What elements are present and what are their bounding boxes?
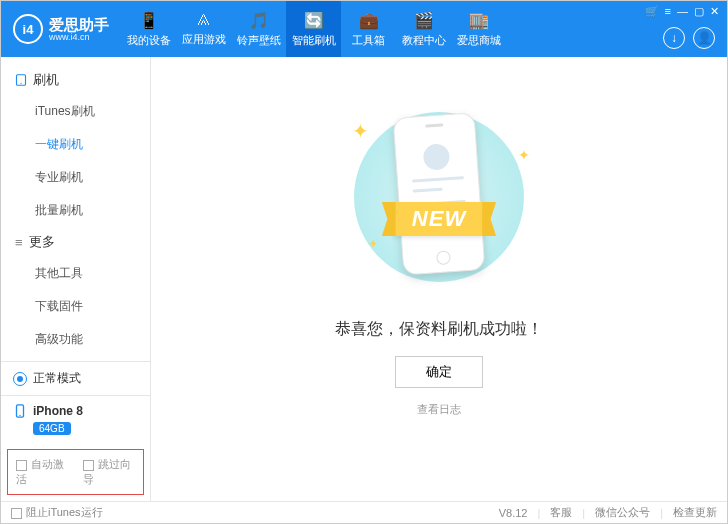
side-advanced[interactable]: 高级功能 <box>1 323 150 356</box>
side-onekey-flash[interactable]: 一键刷机 <box>1 128 150 161</box>
main-content: ✦ ✦ ✦ NEW 恭喜您，保资料刷机成功啦！ 确定 查看日志 <box>151 57 727 501</box>
logo-icon: i4 <box>13 14 43 44</box>
tablet-icon <box>15 74 27 86</box>
user-icon[interactable]: 👤 <box>693 27 715 49</box>
device-panel[interactable]: iPhone 8 64GB <box>1 395 150 443</box>
group-flash-header[interactable]: 刷机 <box>1 65 150 95</box>
check-block-itunes[interactable]: 阻止iTunes运行 <box>11 505 103 520</box>
window-controls: 🛒 ≡ — ▢ ✕ <box>645 5 719 18</box>
nav-tutorials[interactable]: 🎬教程中心 <box>396 1 451 57</box>
storage-badge: 64GB <box>33 422 71 435</box>
refresh-icon: 🔄 <box>304 11 324 30</box>
body: 刷机 iTunes刷机 一键刷机 专业刷机 批量刷机 ≡ 更多 其他工具 下载固… <box>1 57 727 501</box>
sidebar: 刷机 iTunes刷机 一键刷机 专业刷机 批量刷机 ≡ 更多 其他工具 下载固… <box>1 57 151 501</box>
side-pro-flash[interactable]: 专业刷机 <box>1 161 150 194</box>
maximize-icon[interactable]: ▢ <box>694 5 704 18</box>
nav-my-device[interactable]: 📱我的设备 <box>121 1 176 57</box>
device-icon: 📱 <box>139 11 159 30</box>
sparkle-icon: ✦ <box>368 237 378 251</box>
side-batch-flash[interactable]: 批量刷机 <box>1 194 150 227</box>
svg-point-1 <box>20 83 21 84</box>
brand-name: 爱思助手 <box>49 17 109 32</box>
apps-icon: ⩓ <box>196 11 212 29</box>
success-illustration: ✦ ✦ ✦ NEW <box>324 97 554 297</box>
menu-icon[interactable]: ≡ <box>665 5 671 18</box>
group-more-header[interactable]: ≡ 更多 <box>1 227 150 257</box>
account-controls: ↓ 👤 <box>663 27 715 49</box>
version-label: V8.12 <box>499 507 528 519</box>
sparkle-icon: ✦ <box>352 119 369 143</box>
store-icon: 🏬 <box>469 11 489 30</box>
footer-bar: 阻止iTunes运行 V8.12 | 客服 | 微信公众号 | 检查更新 <box>1 501 727 523</box>
app-header: i4 爱思助手 www.i4.cn 📱我的设备 ⩓应用游戏 🎵铃声壁纸 🔄智能刷… <box>1 1 727 57</box>
check-skip-guide[interactable]: 跳过向导 <box>83 457 136 487</box>
device-name: iPhone 8 <box>33 404 83 418</box>
side-itunes-flash[interactable]: iTunes刷机 <box>1 95 150 128</box>
nav-flash[interactable]: 🔄智能刷机 <box>286 1 341 57</box>
side-other-tools[interactable]: 其他工具 <box>1 257 150 290</box>
brand-url: www.i4.cn <box>49 32 109 42</box>
nav-toolbox[interactable]: 💼工具箱 <box>341 1 396 57</box>
video-icon: 🎬 <box>414 11 434 30</box>
option-checks: 自动激活 跳过向导 <box>7 449 144 495</box>
nav-apps[interactable]: ⩓应用游戏 <box>176 1 231 57</box>
top-nav: 📱我的设备 ⩓应用游戏 🎵铃声壁纸 🔄智能刷机 💼工具箱 🎬教程中心 🏬爱思商城 <box>121 1 506 57</box>
minimize-icon[interactable]: — <box>677 5 688 18</box>
nav-store[interactable]: 🏬爱思商城 <box>451 1 506 57</box>
mode-status[interactable]: 正常模式 <box>1 361 150 395</box>
sparkle-icon: ✦ <box>518 147 530 163</box>
cart-icon[interactable]: 🛒 <box>645 5 659 18</box>
new-ribbon: NEW <box>394 202 484 236</box>
download-icon[interactable]: ↓ <box>663 27 685 49</box>
phone-icon <box>13 404 27 418</box>
logo-block: i4 爱思助手 www.i4.cn <box>1 14 121 44</box>
footer-link-update[interactable]: 检查更新 <box>673 505 717 520</box>
briefcase-icon: 💼 <box>359 11 379 30</box>
success-message: 恭喜您，保资料刷机成功啦！ <box>335 319 543 340</box>
view-log-link[interactable]: 查看日志 <box>417 402 461 417</box>
ok-button[interactable]: 确定 <box>395 356 483 388</box>
nav-ringtones[interactable]: 🎵铃声壁纸 <box>231 1 286 57</box>
music-icon: 🎵 <box>249 11 269 30</box>
list-icon: ≡ <box>15 235 23 250</box>
side-download-fw[interactable]: 下载固件 <box>1 290 150 323</box>
footer-link-support[interactable]: 客服 <box>550 505 572 520</box>
status-dot-icon <box>13 372 27 386</box>
close-icon[interactable]: ✕ <box>710 5 719 18</box>
footer-link-wechat[interactable]: 微信公众号 <box>595 505 650 520</box>
phone-illustration <box>393 112 486 275</box>
check-auto-activate[interactable]: 自动激活 <box>16 457 69 487</box>
svg-point-3 <box>19 415 20 416</box>
